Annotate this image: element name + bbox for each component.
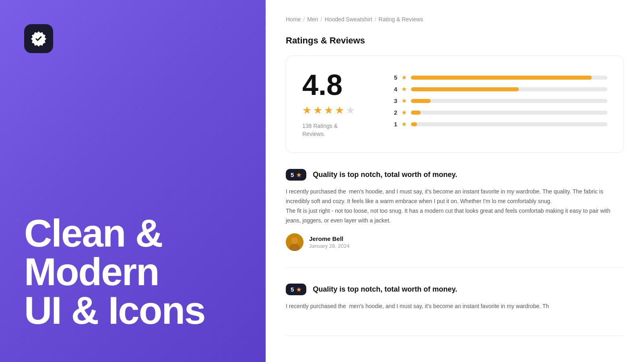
badge-star-2: ★ [296,286,301,293]
rating-card: 4.8 ★ ★ ★ ★ ★ 138 Ratings &Reviews. 5 ★ [286,56,624,153]
bar-track-3 [411,99,607,103]
bar-track-2 [411,111,607,115]
reviewer-details-1: Jerome Bell January 28, 2024 [309,235,349,249]
logo-badge [24,24,53,53]
rating-score: 4.8 [302,70,343,99]
reviewer-info-1: Jerome Bell January 28, 2024 [286,233,624,251]
bar-row-3: 3 ★ [391,97,607,105]
review-score-2: 5 [291,286,294,293]
section-title: Ratings & Reviews [286,35,624,46]
bar-row-4: 4 ★ [391,85,607,93]
bar-track-1 [411,122,607,126]
verified-badge-icon [31,31,47,47]
bar-track-5 [411,76,607,80]
review-text-2: I recently purchased the men's hoodie, a… [286,302,624,311]
review-title-2: Quality is top notch, total worth of mon… [313,285,457,294]
reviewer-date-1: January 28, 2024 [309,243,349,249]
bar-label-5: 5 [391,74,397,81]
review-header-2: 5 ★ Quality is top notch, total worth of… [286,284,624,295]
bar-star-3: ★ [401,97,407,105]
bar-row-5: 5 ★ [391,74,607,81]
bar-row-1: 1 ★ [391,120,607,128]
reviewer-name-1: Jerome Bell [309,235,349,242]
breadcrumb: Home / Men / Hooded Sweatshirt / Rating … [286,16,624,23]
bar-star-2: ★ [401,109,407,116]
breadcrumb-sep-3: / [375,16,376,23]
bar-label-4: 4 [391,86,397,93]
bar-label-3: 3 [391,97,397,104]
review-item-1: 5 ★ Quality is top notch, total worth of… [286,169,624,267]
star-3: ★ [324,104,333,117]
bar-fill-5 [411,76,592,80]
review-badge-2: 5 ★ [286,284,306,295]
breadcrumb-sep-2: / [320,16,322,23]
breadcrumb-sep-1: / [303,16,305,23]
star-4: ★ [335,104,344,117]
rating-summary: 4.8 ★ ★ ★ ★ ★ 138 Ratings &Reviews. [302,70,367,138]
breadcrumb-home[interactable]: Home [286,16,301,23]
svg-point-3 [292,238,297,243]
star-5: ★ [346,104,355,117]
rating-bars: 5 ★ 4 ★ 3 ★ [391,70,607,128]
bar-fill-4 [411,87,519,91]
star-2: ★ [313,104,322,117]
reviewer-avatar-1 [286,233,303,251]
bar-fill-1 [411,122,417,126]
breadcrumb-product[interactable]: Hooded Sweatshirt [324,16,372,23]
left-panel: Clean & Modern UI & Icons [0,0,266,362]
headline-line3: UI & Icons [24,289,205,332]
headline-line1: Clean & [24,212,162,255]
bar-label-1: 1 [391,121,397,128]
review-header-1: 5 ★ Quality is top notch, total worth of… [286,169,624,181]
star-1: ★ [302,104,312,117]
rating-count: 138 Ratings &Reviews. [302,122,338,138]
review-item-2: 5 ★ Quality is top notch, total worth of… [286,284,624,336]
review-text-1: I recently purchased the men's hoodie, a… [286,187,624,225]
bar-star-5: ★ [401,74,407,81]
bar-row-2: 2 ★ [391,109,607,116]
rating-stars: ★ ★ ★ ★ ★ [302,104,355,117]
badge-star-1: ★ [296,172,301,178]
bar-fill-2 [411,111,421,115]
breadcrumb-men[interactable]: Men [307,16,318,23]
bar-track-4 [411,87,607,91]
headline-line2: Modern [24,250,159,293]
review-title-1: Quality is top notch, total worth of mon… [313,171,457,179]
bar-star-4: ★ [401,85,407,93]
review-score-1: 5 [291,171,294,178]
bar-fill-3 [411,99,431,103]
hero-text: Clean & Modern UI & Icons [24,214,205,330]
bar-star-1: ★ [401,120,407,128]
bar-label-2: 2 [391,109,397,116]
review-badge-1: 5 ★ [286,169,306,181]
breadcrumb-current: Rating & Reviews [379,16,423,23]
right-panel: Home / Men / Hooded Sweatshirt / Rating … [266,0,644,362]
